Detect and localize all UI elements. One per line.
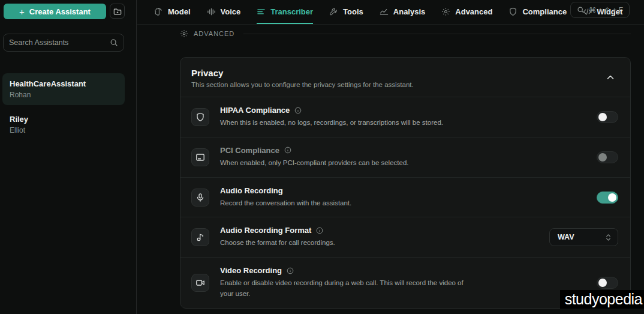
tab-label: Analysis	[393, 7, 425, 16]
video-recording-toggle[interactable]	[597, 277, 618, 289]
advanced-section-divider: ADVANCED	[180, 29, 631, 38]
setting-text: PCI Compliance When enabled, only PCI-co…	[220, 146, 409, 169]
setting-row-pci-compliance: PCI Compliance When enabled, only PCI-co…	[180, 137, 630, 177]
audio-recording-toggle[interactable]	[597, 192, 618, 204]
tab-label: Compliance	[522, 7, 567, 16]
chevron-up-icon	[606, 73, 615, 82]
tab-voice[interactable]: Voice	[207, 0, 241, 24]
create-folder-button[interactable]	[110, 4, 125, 19]
waveform-icon	[207, 7, 216, 16]
audio-format-select[interactable]: WAV	[549, 228, 618, 246]
info-icon[interactable]	[287, 267, 294, 274]
privacy-card-header: Privacy This section allows you to confi…	[180, 58, 630, 97]
setting-title: PCI Compliance	[220, 146, 279, 155]
info-icon[interactable]	[284, 146, 291, 154]
plus-icon: +	[19, 7, 25, 16]
privacy-subtitle: This section allows you to configure the…	[191, 81, 618, 88]
assistant-item-healthcareassistant[interactable]: HealthCareAssistant Rohan	[2, 73, 125, 105]
setting-text: Audio Recording Record the conversation …	[220, 186, 351, 209]
app-screen: + Create Assistant HealthCareAssistant	[0, 0, 644, 314]
search-icon	[110, 38, 118, 47]
setting-description: Enable or disable video recording during…	[220, 278, 472, 300]
studyopedia-watermark: studyopedia	[560, 290, 644, 309]
setting-text: Video Recording Enable or disable video …	[220, 266, 472, 300]
music-note-icon	[191, 228, 209, 246]
tab-analysis[interactable]: Analysis	[380, 0, 425, 24]
assistant-subtitle: Elliot	[10, 126, 118, 134]
assistant-list: HealthCareAssistant Rohan Riley Elliot	[2, 73, 125, 140]
assistant-tab-bar: Model Voice Transcriber	[137, 0, 644, 25]
search-assistants-box[interactable]	[3, 34, 124, 52]
tab-label: Voice	[221, 7, 241, 16]
microphone-icon	[191, 189, 209, 207]
shield-icon	[191, 108, 209, 126]
folder-icon	[113, 7, 122, 16]
setting-title: Audio Recording	[220, 186, 283, 195]
privacy-card: Privacy This section allows you to confi…	[180, 57, 631, 309]
tab-tools[interactable]: Tools	[329, 0, 363, 24]
audio-format-value: WAV	[558, 233, 601, 241]
tab-transcriber[interactable]: Transcriber	[257, 0, 313, 24]
setting-description: Record the conversation with the assista…	[220, 198, 351, 209]
setting-title: HIPAA Compliance	[220, 106, 290, 115]
toggle-knob	[598, 279, 607, 287]
setting-row-hipaa-compliance: HIPAA Compliance When this is enabled, n…	[180, 97, 630, 137]
collapse-section-button[interactable]	[604, 71, 617, 84]
tab-label: Tools	[343, 7, 363, 16]
setting-text: HIPAA Compliance When this is enabled, n…	[220, 106, 443, 128]
divider-line	[243, 34, 631, 34]
brain-icon	[154, 7, 163, 16]
setting-title: Video Recording	[220, 266, 282, 275]
info-icon[interactable]	[294, 107, 302, 114]
toggle-knob	[608, 193, 616, 202]
wrench-icon	[329, 7, 338, 16]
toggle-knob	[598, 113, 607, 121]
assistant-name: HealthCareAssistant	[10, 79, 118, 88]
create-assistant-button[interactable]: + Create Assistant	[4, 4, 106, 19]
pci-compliance-toggle[interactable]	[597, 151, 618, 163]
gear-icon	[180, 29, 188, 38]
assistant-name: Riley	[10, 115, 118, 124]
info-icon[interactable]	[316, 227, 323, 234]
tab-compliance[interactable]: Compliance	[508, 0, 567, 24]
sidebar: + Create Assistant HealthCareAssistant	[0, 0, 137, 314]
setting-description: Choose the format for call recordings.	[220, 238, 335, 249]
setting-description: When enabled, only PCI-compliant provide…	[220, 158, 409, 169]
gear-icon	[441, 7, 450, 16]
card-icon	[191, 148, 209, 166]
search-assistants-input[interactable]	[9, 38, 105, 47]
assistant-item-riley[interactable]: Riley Elliot	[2, 109, 125, 140]
tab-advanced[interactable]: Advanced	[441, 0, 492, 24]
toggle-knob	[598, 153, 607, 162]
setting-description: When this is enabled, no logs, recording…	[220, 118, 443, 128]
search-shortcut-button[interactable]: ⌘ + ⇧ + F	[570, 2, 630, 18]
advanced-section-label: ADVANCED	[194, 30, 234, 37]
privacy-title: Privacy	[191, 68, 618, 78]
chevrons-up-down-icon	[605, 234, 612, 241]
create-assistant-label: Create Assistant	[29, 7, 91, 16]
search-icon	[577, 6, 585, 14]
tab-model[interactable]: Model	[154, 0, 191, 24]
shortcut-keys: ⌘ + ⇧ + F	[589, 6, 623, 14]
hipaa-compliance-toggle[interactable]	[597, 111, 618, 123]
setting-row-audio-recording: Audio Recording Record the conversation …	[180, 177, 630, 217]
trend-chart-icon	[380, 7, 389, 16]
video-camera-icon	[191, 274, 209, 292]
shield-icon	[508, 7, 517, 16]
setting-text: Audio Recording Format Choose the format…	[220, 226, 335, 249]
tab-label: Transcriber	[270, 7, 313, 16]
tab-label: Model	[168, 7, 191, 16]
transcript-lines-icon	[257, 7, 266, 16]
setting-title: Audio Recording Format	[220, 226, 311, 235]
tab-label: Advanced	[455, 7, 492, 16]
assistant-subtitle: Rohan	[10, 91, 118, 99]
setting-row-audio-recording-format: Audio Recording Format Choose the format…	[180, 217, 630, 257]
